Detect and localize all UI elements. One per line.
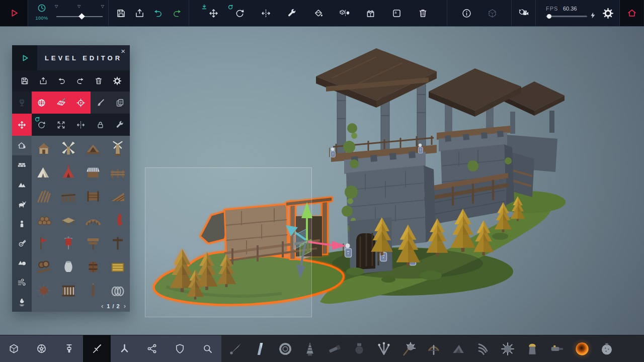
- tab-move-tool[interactable]: [12, 114, 32, 136]
- block-tab-weapons[interactable]: [83, 335, 111, 362]
- tab-lock-tool[interactable]: [91, 114, 110, 136]
- replay-camera-button[interactable]: [517, 7, 530, 20]
- mirror-tool-button[interactable]: [259, 7, 272, 20]
- tab-terrain-edit-mode[interactable]: [51, 92, 71, 114]
- object-thumb-market-stall[interactable]: [83, 162, 104, 183]
- part-crossbow[interactable]: [423, 337, 444, 360]
- part-metal-claw[interactable]: [472, 337, 494, 360]
- tab-scale-tool[interactable]: [51, 114, 71, 136]
- quality-slider-knob[interactable]: [547, 14, 551, 19]
- object-thumb-fence[interactable]: [107, 162, 128, 183]
- save-level-button[interactable]: [19, 75, 31, 87]
- category-people[interactable]: [12, 214, 32, 234]
- part-drill[interactable]: [299, 337, 320, 360]
- object-thumb-flag[interactable]: [33, 233, 54, 254]
- object-thumb-log-shelter[interactable]: [33, 209, 54, 230]
- category-walls[interactable]: [12, 155, 32, 175]
- object-thumb-wood-ramp[interactable]: [107, 186, 128, 207]
- object-thumb-wood-platform[interactable]: [58, 209, 79, 230]
- solid-block-tool-button[interactable]: [338, 7, 351, 20]
- rotate-tool-button[interactable]: [233, 7, 246, 20]
- selection-marquee[interactable]: [145, 167, 312, 317]
- object-thumb-wooden-cage[interactable]: [58, 280, 79, 301]
- part-fire-bomb[interactable]: [572, 337, 593, 360]
- time-slider-knob[interactable]: [78, 13, 85, 20]
- object-thumb-war-standard[interactable]: [58, 233, 79, 254]
- prev-page-button[interactable]: ‹: [101, 302, 103, 310]
- object-thumb-windmill[interactable]: [58, 138, 79, 159]
- block-tab-wheels[interactable]: [28, 335, 55, 362]
- object-thumb-metal-coil[interactable]: [107, 280, 128, 301]
- part-metal-blade[interactable]: [250, 337, 271, 360]
- undo-level-button[interactable]: [56, 75, 68, 87]
- object-thumb-windmill-tower[interactable]: [107, 138, 128, 159]
- translate-tool-button[interactable]: [207, 7, 220, 20]
- adjust-tool-button[interactable]: [285, 7, 298, 20]
- redo-level-button[interactable]: [74, 75, 86, 87]
- tab-rotate-tool[interactable]: [32, 114, 51, 136]
- save-machine-button[interactable]: [114, 7, 127, 20]
- ghost-machine-button[interactable]: [486, 7, 499, 20]
- object-thumb-signpost[interactable]: [107, 233, 128, 254]
- object-thumb-circus-tent[interactable]: [58, 162, 79, 183]
- info-button[interactable]: [460, 7, 473, 20]
- tab-mirror-tool[interactable]: [71, 114, 91, 136]
- object-thumb-red-banner[interactable]: [107, 209, 128, 230]
- block-tab-search[interactable]: [194, 335, 221, 362]
- block-tab-grabbers[interactable]: [138, 335, 166, 362]
- package-tool-button[interactable]: [364, 7, 377, 20]
- category-siege[interactable]: [12, 233, 32, 253]
- object-thumb-spiked-boulder[interactable]: [33, 280, 54, 301]
- part-plow[interactable]: [448, 337, 469, 360]
- level-settings-button[interactable]: [111, 75, 123, 87]
- object-thumb-wooden-stake[interactable]: [83, 280, 104, 301]
- tab-adjust-tool[interactable]: [110, 114, 130, 136]
- category-fire[interactable]: [12, 292, 32, 312]
- part-bomb[interactable]: [596, 337, 617, 360]
- tab-paint-mode[interactable]: [91, 92, 110, 114]
- category-shapes[interactable]: [12, 253, 32, 273]
- redo-button[interactable]: [170, 7, 183, 20]
- block-tab-flight[interactable]: [111, 335, 138, 362]
- tab-spawn-mode[interactable]: [71, 92, 91, 114]
- category-terrain[interactable]: [12, 175, 32, 195]
- undo-button[interactable]: [151, 7, 165, 20]
- block-tab-armour[interactable]: [166, 335, 194, 362]
- object-thumb-clay-jar[interactable]: [58, 256, 79, 278]
- time-scale-button[interactable]: 100%: [33, 3, 50, 21]
- category-animals[interactable]: [12, 195, 32, 214]
- object-thumb-wooden-hut[interactable]: [83, 138, 104, 159]
- part-flamethrower[interactable]: [546, 337, 568, 360]
- tab-world-mode[interactable]: [32, 92, 51, 114]
- category-buildings[interactable]: [12, 136, 32, 155]
- load-machine-button[interactable]: [133, 7, 146, 20]
- tab-duplicate-mode[interactable]: [110, 92, 130, 114]
- object-thumb-barrel[interactable]: [83, 256, 104, 278]
- object-thumb-skull-sign[interactable]: [83, 233, 104, 254]
- part-grabber-claw[interactable]: [373, 337, 394, 360]
- close-button[interactable]: ×: [121, 47, 125, 55]
- part-shrapnel-cannon[interactable]: [349, 337, 370, 360]
- object-thumb-post-fence[interactable]: [58, 186, 79, 207]
- object-thumb-tent[interactable]: [33, 162, 54, 183]
- tab-machine-mode[interactable]: [12, 92, 32, 114]
- object-thumb-wooden-spikes[interactable]: [33, 186, 54, 207]
- simulate-button[interactable]: [0, 0, 28, 26]
- category-effects[interactable]: [12, 273, 32, 292]
- block-tab-mechanics[interactable]: [55, 335, 83, 362]
- part-circular-saw[interactable]: [275, 337, 296, 360]
- quality-slider[interactable]: [546, 16, 587, 17]
- part-spike-ball[interactable]: [497, 337, 518, 360]
- keymap-tool-button[interactable]: a: [390, 7, 403, 20]
- block-tab-blocks[interactable]: [0, 335, 28, 362]
- object-thumb-cottage[interactable]: [33, 138, 54, 159]
- settings-gear-button[interactable]: [602, 8, 614, 19]
- part-spinning-mace[interactable]: [398, 337, 419, 360]
- part-cannon[interactable]: [324, 337, 345, 360]
- delete-tool-button[interactable]: [416, 7, 429, 20]
- object-thumb-wooden-wall[interactable]: [83, 186, 104, 207]
- paint-tool-button[interactable]: [311, 7, 325, 20]
- home-button[interactable]: [619, 0, 643, 26]
- object-thumb-wood-bridge[interactable]: [83, 209, 104, 230]
- delete-level-button[interactable]: [93, 75, 105, 87]
